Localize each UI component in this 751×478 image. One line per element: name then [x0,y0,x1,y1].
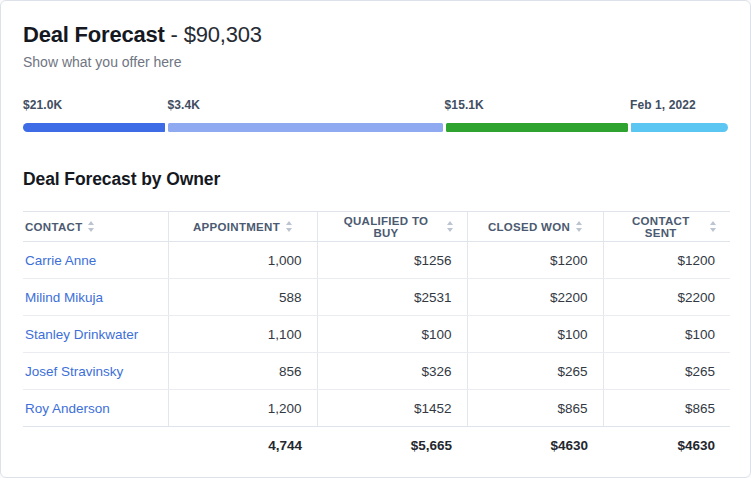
table-row: Stanley Drinkwater 1,100 $100 $100 $100 [23,316,730,353]
table-row: Roy Anderson 1,200 $1452 $865 $865 [23,390,730,427]
contact-link[interactable]: Stanley Drinkwater [25,327,138,342]
column-header-label: CONTACT [25,221,82,233]
progress-segment-1 [168,123,443,132]
sort-icon[interactable] [576,221,582,232]
deal-forecast-table: CONTACT APPOINTMENT QUALIFIED TO BUY CLO… [23,211,730,464]
sort-icon[interactable] [447,221,453,232]
progress-label-3: Feb 1, 2022 [630,98,696,112]
column-header-label: QUALIFIED TO BUY [332,215,441,239]
table-header-row: CONTACT APPOINTMENT QUALIFIED TO BUY CLO… [23,212,730,242]
sort-icon[interactable] [286,221,292,232]
progress-bar-track [23,123,728,132]
table-row: Carrie Anne 1,000 $1256 $1200 $1200 [23,242,730,279]
sort-icon[interactable] [710,221,716,232]
column-header-contact[interactable]: CONTACT [23,212,168,242]
qualified-to-buy-cell: $100 [317,316,467,353]
closed-won-cell: $2200 [467,279,603,316]
closed-won-cell: $100 [467,316,603,353]
qualified-to-buy-cell: $1256 [317,242,467,279]
appointment-cell: 1,100 [168,316,317,353]
contact-link[interactable]: Roy Anderson [25,401,110,416]
forecast-progress-bar: $21.0K $3.4K $15.1K Feb 1, 2022 [23,98,728,138]
contact-sent-cell: $2200 [603,279,730,316]
qualified-to-buy-cell: $2531 [317,279,467,316]
closed-won-cell: $265 [467,353,603,390]
contact-cell: Stanley Drinkwater [23,316,168,353]
totals-empty-cell [23,427,168,464]
deal-forecast-card: Deal Forecast - $90,303 Show what you of… [0,0,751,478]
table-totals-row: 4,744 $5,665 $4630 $4630 [23,427,730,464]
totals-appointment: 4,744 [168,427,317,464]
table-row: Josef Stravinsky 856 $326 $265 $265 [23,353,730,390]
appointment-cell: 1,000 [168,242,317,279]
contact-sent-cell: $1200 [603,242,730,279]
appointment-cell: 856 [168,353,317,390]
contact-cell: Carrie Anne [23,242,168,279]
totals-contact-sent: $4630 [603,427,730,464]
contact-sent-cell: $865 [603,390,730,427]
section-title: Deal Forecast by Owner [23,168,728,190]
column-header-label: CLOSED WON [488,221,570,233]
sort-icon[interactable] [88,221,94,232]
column-header-appointment[interactable]: APPOINTMENT [168,212,317,242]
progress-segment-2 [446,123,629,132]
progress-label-1: $3.4K [168,98,201,112]
closed-won-cell: $1200 [467,242,603,279]
qualified-to-buy-cell: $326 [317,353,467,390]
qualified-to-buy-cell: $1452 [317,390,467,427]
contact-link[interactable]: Carrie Anne [25,253,96,268]
contact-link[interactable]: Milind Mikuja [25,290,103,305]
table-row: Milind Mikuja 588 $2531 $2200 $2200 [23,279,730,316]
column-header-closed-won[interactable]: CLOSED WON [467,212,603,242]
totals-closed-won: $4630 [467,427,603,464]
contact-cell: Josef Stravinsky [23,353,168,390]
appointment-cell: 588 [168,279,317,316]
totals-qualified-to-buy: $5,665 [317,427,467,464]
contact-sent-cell: $265 [603,353,730,390]
column-header-label: CONTACT SENT [618,215,705,239]
contact-cell: Milind Mikuja [23,279,168,316]
contact-sent-cell: $100 [603,316,730,353]
contact-cell: Roy Anderson [23,390,168,427]
page-title-amount: - $90,303 [165,22,262,47]
progress-segment-0 [23,123,165,132]
page-title: Deal Forecast - $90,303 [23,21,728,48]
closed-won-cell: $865 [467,390,603,427]
page-subtitle: Show what you offer here [23,53,728,72]
progress-bar-labels: $21.0K $3.4K $15.1K Feb 1, 2022 [23,98,728,114]
appointment-cell: 1,200 [168,390,317,427]
contact-link[interactable]: Josef Stravinsky [25,364,123,379]
progress-label-0: $21.0K [23,98,62,112]
column-header-qualified-to-buy[interactable]: QUALIFIED TO BUY [317,212,467,242]
progress-label-2: $15.1K [445,98,484,112]
progress-segment-3 [631,123,728,132]
column-header-label: APPOINTMENT [193,221,280,233]
page-title-main: Deal Forecast [23,22,165,47]
column-header-contact-sent[interactable]: CONTACT SENT [603,212,730,242]
